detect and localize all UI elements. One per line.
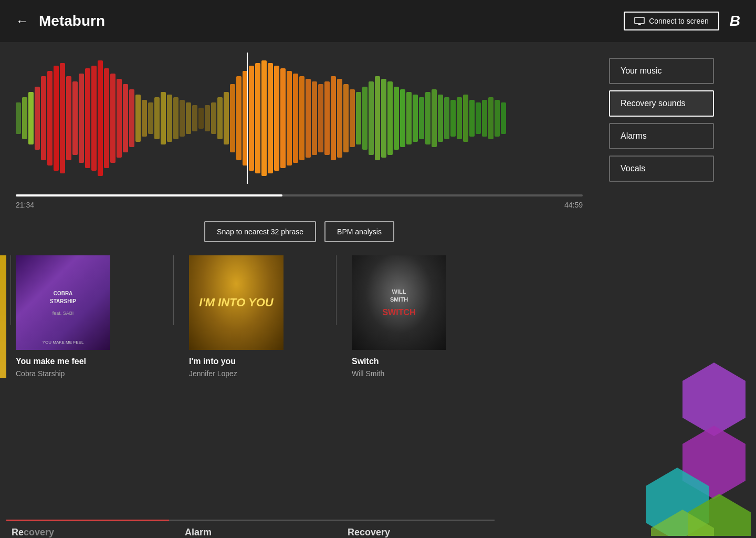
waveform-bar: [362, 87, 368, 150]
waveform-bar: [268, 63, 273, 173]
waveform-bar: [91, 66, 97, 171]
waveform-bar: [79, 74, 84, 163]
phase-recovery-1: Recovery: [6, 520, 169, 538]
track-2-title: I'm into you: [189, 356, 236, 367]
waveform-bar: [381, 79, 386, 158]
phase-2-label: Alarm: [185, 527, 212, 538]
track-3-title: Switch: [352, 356, 379, 367]
progress-bar-fill: [16, 194, 282, 196]
time-labels: 21:34 44:59: [0, 196, 598, 213]
waveform-bar: [331, 76, 336, 160]
waveform-bar: [35, 87, 40, 150]
waveform-bar: [135, 95, 141, 142]
album-art-will[interactable]: WILLSMITH Switch: [352, 255, 446, 350]
waveform-bar: [482, 100, 487, 137]
waveform-bar: [224, 92, 229, 144]
brand-logo: B: [730, 13, 740, 29]
track-item: WILLSMITH Switch Switch Will Smith: [336, 255, 499, 378]
monitor-icon: [634, 17, 645, 25]
waveform-bar: [72, 81, 78, 155]
waveform-bar: [217, 97, 223, 139]
playhead: [247, 53, 248, 184]
waveform-bar: [488, 97, 494, 139]
connect-to-screen-button[interactable]: Connect to screen: [624, 12, 719, 30]
track-item: COBRASTARSHIP feat. SABI YOU MAKE ME FEE…: [10, 255, 173, 378]
waveform-container[interactable]: [16, 53, 583, 184]
waveform-bar: [148, 102, 153, 134]
waveform-section: [0, 42, 598, 189]
waveform-bar: [324, 81, 330, 155]
waveform-bar: [299, 76, 304, 160]
waveform-bar: [450, 100, 456, 137]
waveform-bar: [369, 81, 374, 155]
waveform-canvas: [16, 53, 583, 184]
waveform-bar: [312, 81, 317, 155]
action-buttons: Snap to nearest 32 phrase BPM analysis: [0, 213, 598, 250]
waveform-bar: [261, 60, 267, 176]
back-button[interactable]: ←: [16, 14, 28, 28]
waveform-bar: [180, 100, 185, 137]
your-music-button[interactable]: Your music: [609, 58, 714, 84]
waveform-bar: [60, 63, 65, 173]
track-item: I'M INTO YOU I'm into you Jennifer Lopez: [173, 255, 336, 378]
progress-bar-background[interactable]: [16, 194, 583, 196]
vocals-button[interactable]: Vocals: [609, 156, 714, 182]
waveform-bar: [66, 76, 71, 160]
phase-alarm: Alarm: [169, 520, 332, 538]
header-left: ← Metaburn: [16, 13, 105, 29]
track-2-artist: Jennifer Lopez: [189, 369, 237, 378]
waveform-bar: [198, 108, 204, 129]
waveform-bar: [142, 100, 147, 137]
waveform-bar: [129, 89, 134, 147]
waveform-bar: [350, 89, 355, 147]
waveform-bar: [476, 102, 481, 134]
waveform-bar: [463, 95, 468, 142]
waveform-bar: [123, 84, 128, 152]
waveform-bar: [47, 71, 52, 165]
total-time: 44:59: [564, 201, 583, 209]
phase-3-label: Recovery: [348, 527, 390, 538]
snap-to-phrase-button[interactable]: Snap to nearest 32 phrase: [204, 221, 316, 242]
bpm-analysis-button[interactable]: BPM analysis: [324, 221, 394, 242]
header: ← Metaburn Connect to screen B: [0, 0, 756, 42]
waveform-bar: [394, 87, 399, 150]
waveform-bar: [236, 76, 242, 160]
waveform-bar: [255, 63, 260, 173]
album-art-jlo[interactable]: I'M INTO YOU: [189, 255, 284, 350]
waveform-bar: [117, 79, 122, 158]
waveform-bar: [413, 95, 418, 142]
waveform-bar: [249, 66, 254, 171]
waveform-bar: [274, 66, 279, 171]
phase-1-label: Recovery: [12, 527, 54, 538]
waveform-bar: [287, 71, 292, 165]
waveform-bar: [457, 97, 462, 139]
waveform-bar: [438, 95, 443, 142]
waveform-bar: [104, 68, 109, 168]
waveform-bar: [28, 92, 34, 144]
waveform-bar: [205, 105, 210, 131]
waveform-bar: [110, 74, 116, 163]
waveform-bar: [161, 92, 166, 144]
waveform-bar: [192, 105, 197, 131]
waveform-bar: [375, 76, 380, 160]
left-accent: [0, 255, 6, 378]
hex-decoration: [598, 352, 756, 538]
waveform-bar: [444, 97, 449, 139]
waveform-bar: [425, 92, 430, 144]
waveform-bar: [167, 95, 172, 142]
waveform-bar: [22, 97, 27, 139]
waveform-bar: [54, 66, 59, 171]
track-3-artist: Will Smith: [352, 369, 384, 378]
waveform-bar: [400, 89, 405, 147]
phase-labels-bar: Recovery Alarm Recovery: [0, 520, 598, 538]
album-art-cobra[interactable]: COBRASTARSHIP feat. SABI YOU MAKE ME FEE…: [16, 255, 110, 350]
waveform-bar: [306, 79, 311, 158]
waveform-bar: [293, 74, 298, 163]
svg-marker-1: [682, 363, 746, 436]
waveform-bar: [337, 79, 342, 158]
waveform-bar: [280, 68, 286, 168]
alarms-button[interactable]: Alarms: [609, 123, 714, 149]
recovery-sounds-button[interactable]: Recovery sounds: [609, 90, 714, 117]
waveform-bar: [343, 84, 349, 152]
progress-section: [0, 194, 598, 196]
